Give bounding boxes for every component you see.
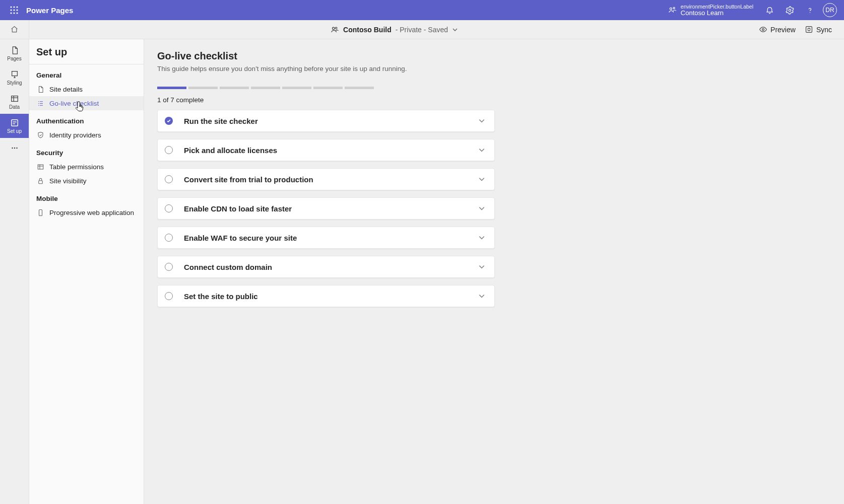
rail-label: Styling	[7, 80, 22, 86]
progress-bar	[157, 87, 831, 89]
sync-label: Sync	[816, 26, 832, 34]
svg-point-21	[16, 148, 18, 149]
svg-point-10	[673, 7, 675, 9]
styling-icon	[10, 70, 19, 79]
svg-rect-22	[38, 165, 43, 169]
settings-button[interactable]	[780, 0, 800, 20]
svg-point-5	[16, 9, 18, 11]
sidebar-item-label: Go-live checklist	[49, 100, 99, 107]
notifications-button[interactable]	[759, 0, 780, 20]
checklist-item[interactable]: Pick and allocate licenses	[157, 139, 495, 161]
sidebar-item-label: Site details	[49, 86, 83, 93]
home-button[interactable]	[0, 20, 29, 39]
environment-label: Contoso Learn	[681, 10, 753, 17]
site-switcher[interactable]: Contoso Build - Private - Saved	[29, 25, 759, 34]
sidebar-item-identity[interactable]: Identity providers	[29, 128, 144, 142]
environment-picker[interactable]: environmentPicker.buttonLabel Contoso Le…	[668, 4, 753, 17]
rail-label: Set up	[7, 128, 22, 134]
main-content: Go-live checklist This guide helps ensur…	[144, 39, 844, 504]
help-button[interactable]	[800, 0, 820, 20]
sidebar-item-table-permissions[interactable]: Table permissions	[29, 160, 144, 174]
preview-label: Preview	[770, 26, 796, 34]
svg-point-25	[40, 214, 41, 215]
check-complete-icon	[165, 117, 173, 125]
sidebar-item-go-live[interactable]: Go-live checklist	[29, 96, 144, 110]
svg-rect-18	[11, 119, 18, 126]
svg-point-19	[12, 148, 13, 149]
check-empty-icon	[165, 204, 173, 212]
sync-button[interactable]: Sync	[805, 25, 832, 34]
shield-icon	[36, 131, 44, 139]
chevron-down-icon	[478, 117, 485, 124]
help-icon	[806, 6, 814, 15]
checklist-item[interactable]: Enable CDN to load site faster	[157, 197, 495, 220]
svg-point-9	[670, 8, 672, 10]
eye-icon	[759, 25, 767, 34]
svg-point-12	[809, 12, 810, 13]
svg-point-2	[16, 6, 18, 8]
chevron-down-icon	[478, 263, 485, 270]
checklist-item-label: Enable CDN to load site faster	[184, 204, 478, 213]
avatar: DR	[823, 3, 837, 17]
site-header: Contoso Build - Private - Saved Preview …	[0, 20, 844, 39]
progress-segment	[251, 87, 280, 89]
rail-data[interactable]: Data	[0, 90, 29, 114]
check-empty-icon	[165, 234, 173, 242]
section-authentication: Authentication	[29, 110, 144, 128]
svg-point-20	[14, 148, 15, 149]
chevron-down-icon	[478, 234, 485, 241]
sync-icon	[805, 25, 813, 34]
sidebar-item-label: Progressive web application	[49, 209, 134, 217]
sidebar-item-pwa[interactable]: Progressive web application	[29, 205, 144, 220]
chevron-down-icon	[478, 205, 485, 212]
sidebar-item-label: Identity providers	[49, 131, 101, 139]
app-title: Power Pages	[26, 6, 73, 15]
sidebar: Set up General Site details Go-live chec…	[29, 39, 144, 504]
svg-rect-16	[806, 27, 812, 33]
checklist-item[interactable]: Run the site checker	[157, 110, 495, 132]
svg-rect-23	[38, 180, 42, 183]
phone-icon	[36, 208, 44, 217]
sidebar-item-site-details[interactable]: Site details	[29, 82, 144, 96]
people-icon	[330, 25, 339, 34]
svg-point-3	[10, 9, 12, 11]
rail-label: Data	[9, 104, 20, 110]
svg-point-14	[335, 27, 337, 29]
progress-segment	[282, 87, 311, 89]
rail-setup[interactable]: Set up	[0, 114, 29, 138]
svg-point-0	[10, 6, 12, 8]
section-mobile: Mobile	[29, 188, 144, 205]
checklist-item[interactable]: Enable WAF to secure your site	[157, 227, 495, 249]
checklist-item[interactable]: Set the site to public	[157, 285, 495, 307]
checklist: Run the site checkerPick and allocate li…	[157, 110, 495, 307]
check-empty-icon	[165, 146, 173, 154]
progress-segment	[313, 87, 343, 89]
left-rail: Pages Styling Data Set up	[0, 39, 29, 504]
gear-icon	[786, 6, 794, 15]
bell-icon	[765, 6, 774, 15]
svg-point-4	[13, 9, 15, 11]
site-status: - Private - Saved	[396, 26, 448, 34]
svg-point-7	[13, 12, 15, 14]
rail-styling[interactable]: Styling	[0, 65, 29, 90]
app-launcher-button[interactable]	[4, 0, 24, 20]
svg-rect-17	[11, 96, 18, 101]
sidebar-item-site-visibility[interactable]: Site visibility	[29, 174, 144, 188]
rail-pages[interactable]: Pages	[0, 41, 29, 65]
svg-point-15	[762, 29, 764, 31]
home-icon	[10, 25, 19, 34]
checklist-item-label: Set the site to public	[184, 292, 478, 301]
svg-point-6	[10, 12, 12, 14]
document-icon	[36, 85, 44, 93]
chevron-down-icon	[478, 293, 485, 300]
page-icon	[10, 46, 19, 55]
svg-point-1	[13, 6, 15, 8]
section-general: General	[29, 64, 144, 82]
preview-button[interactable]: Preview	[759, 25, 796, 34]
app-header: Power Pages environmentPicker.buttonLabe…	[0, 0, 844, 20]
chevron-down-icon	[452, 27, 458, 33]
checklist-item[interactable]: Convert site from trial to production	[157, 168, 495, 190]
rail-more[interactable]	[0, 138, 29, 158]
account-button[interactable]: DR	[820, 0, 840, 20]
checklist-item[interactable]: Connect custom domain	[157, 256, 495, 278]
